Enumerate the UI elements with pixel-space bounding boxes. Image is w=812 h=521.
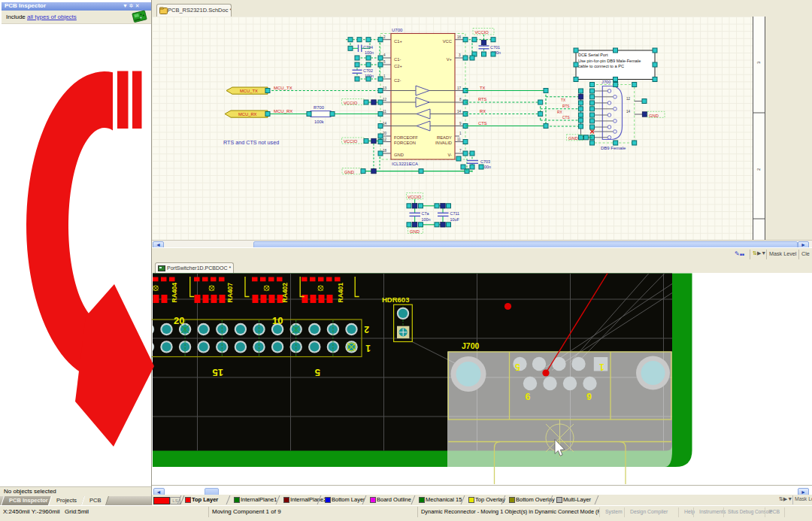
svg-text:GND: GND	[568, 136, 578, 141]
svg-text:J700: J700	[601, 80, 611, 84]
svg-text:3: 3	[459, 53, 461, 57]
svg-text:8: 8	[459, 98, 462, 101]
svg-text:2: 2	[383, 35, 386, 39]
svg-text:GND: GND	[410, 229, 420, 234]
svg-text:7: 7	[459, 149, 462, 153]
svg-text:RTS: RTS	[478, 97, 487, 101]
svg-text:4: 4	[383, 53, 386, 57]
svg-text:R700: R700	[314, 105, 324, 110]
svg-text:12: 12	[383, 138, 387, 141]
svg-text:RTS and CTS not used: RTS and CTS not used	[223, 139, 279, 146]
svg-text:14: 14	[457, 110, 462, 114]
svg-text:MCU_TX: MCU_TX	[274, 86, 292, 90]
svg-text:100k: 100k	[314, 120, 324, 124]
svg-text:VCCIO: VCCIO	[475, 30, 489, 35]
svg-text:10: 10	[272, 314, 283, 326]
svg-text:U700: U700	[392, 28, 403, 32]
svg-text:cable to connect to a PC: cable to connect to a PC	[578, 64, 624, 68]
svg-text:C701: C701	[490, 45, 500, 50]
svg-text:C702: C702	[363, 68, 373, 73]
svg-text:RA401: RA401	[337, 282, 344, 302]
svg-text:100n: 100n	[422, 217, 431, 222]
svg-text:DB9 Female: DB9 Female	[601, 146, 626, 150]
svg-text:12: 12	[626, 97, 631, 101]
svg-text:C703: C703	[480, 159, 490, 164]
svg-text:GND: GND	[394, 153, 404, 157]
svg-text:C1+: C1+	[394, 39, 402, 44]
svg-text:11: 11	[457, 138, 461, 141]
svg-text:VCCIO: VCCIO	[344, 139, 358, 144]
svg-text:17: 17	[457, 86, 462, 90]
svg-text:6: 6	[526, 391, 531, 401]
svg-text:5: 5	[383, 60, 386, 64]
svg-text:INVALID: INVALID	[435, 141, 452, 145]
svg-text:16: 16	[457, 35, 462, 39]
svg-text:C704: C704	[363, 45, 373, 50]
svg-text:1: 1	[599, 361, 604, 371]
svg-text:11: 11	[383, 110, 386, 114]
svg-text:C1-: C1-	[394, 57, 401, 62]
svg-text:5: 5	[315, 366, 320, 377]
svg-text:RA407: RA407	[226, 282, 234, 302]
svg-text:VCCIO: VCCIO	[344, 101, 358, 105]
svg-text:C7a: C7a	[422, 211, 429, 216]
svg-text:RX: RX	[557, 111, 562, 114]
svg-text:9: 9	[586, 391, 592, 401]
svg-text:9: 9	[459, 122, 462, 126]
svg-text:C711: C711	[450, 211, 460, 216]
svg-text:100n: 100n	[365, 50, 374, 55]
svg-text:RX: RX	[480, 109, 486, 114]
svg-text:18: 18	[383, 149, 387, 153]
svg-text:20: 20	[383, 132, 387, 135]
svg-text:13: 13	[383, 86, 387, 90]
svg-text:J700: J700	[462, 341, 480, 350]
svg-text:VCC: VCC	[443, 39, 452, 44]
svg-text:RA402: RA402	[281, 282, 289, 302]
svg-text:FORCEOFF: FORCEOFF	[394, 135, 418, 140]
svg-text:GND: GND	[649, 114, 659, 118]
svg-text:5: 5	[515, 361, 520, 371]
svg-text:TX: TX	[480, 86, 486, 90]
svg-text:V+: V+	[447, 57, 453, 62]
svg-text:RTS: RTS	[562, 105, 570, 108]
svg-text:HDR603: HDR603	[382, 295, 409, 304]
svg-text:MCU_RX: MCU_RX	[274, 109, 292, 114]
svg-text:READY: READY	[437, 135, 452, 140]
svg-text:2: 2	[364, 323, 369, 334]
svg-text:CTS: CTS	[478, 121, 487, 126]
svg-text:ICL3221ECA: ICL3221ECA	[392, 162, 418, 166]
svg-text:10uF: 10uF	[450, 217, 460, 222]
svg-text:MCU_RX: MCU_RX	[238, 112, 257, 117]
svg-text:CTS: CTS	[562, 116, 570, 120]
svg-text:C2-: C2-	[394, 78, 401, 83]
svg-text:VCCIO: VCCIO	[408, 195, 422, 199]
svg-text:1: 1	[459, 132, 462, 135]
svg-text:TX: TX	[561, 98, 566, 102]
svg-text:FORCEON: FORCEON	[394, 141, 416, 145]
svg-text:12: 12	[383, 98, 387, 101]
svg-text:15: 15	[213, 366, 223, 377]
svg-text:MCU_TX: MCU_TX	[240, 89, 258, 93]
svg-text:GND: GND	[344, 170, 354, 174]
svg-text:14: 14	[383, 122, 387, 126]
svg-text:14: 14	[626, 110, 631, 114]
svg-text:DCE Serial Port: DCE Serial Port	[578, 53, 608, 57]
svg-text:1: 1	[383, 74, 386, 78]
svg-text:C2+: C2+	[394, 64, 402, 68]
svg-text:V-: V-	[448, 153, 453, 157]
svg-text:Use pin-for-pin DB9 Male-Femal: Use pin-for-pin DB9 Male-Female	[578, 59, 641, 63]
svg-text:1: 1	[365, 342, 371, 353]
